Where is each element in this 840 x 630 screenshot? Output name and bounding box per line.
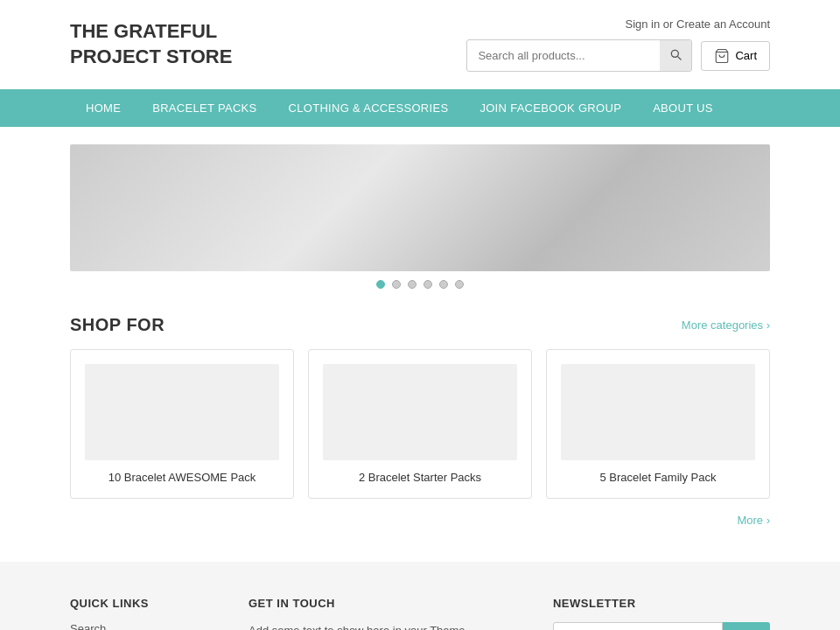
product-image-1: [85, 364, 279, 460]
nav-item-bracelet-packs[interactable]: BRACELET PACKS: [136, 89, 272, 127]
footer: QUICK LINKS Search About Us GET IN TOUCH…: [0, 562, 840, 630]
more-link-row: More ›: [70, 513, 770, 527]
search-bar: [466, 39, 692, 72]
more-link[interactable]: More ›: [737, 514, 770, 527]
product-name-3: 5 Bracelet Family Pack: [561, 471, 755, 484]
product-grid: 10 Bracelet AWESOME Pack 2 Bracelet Star…: [70, 349, 770, 499]
hero-banner: [70, 144, 770, 271]
search-icon: [668, 47, 682, 61]
product-image-2: [323, 364, 517, 460]
newsletter-heading: NEWSLETTER: [553, 597, 770, 610]
hero-dots: [70, 280, 770, 298]
nav-item-home[interactable]: HOME: [70, 89, 136, 127]
product-card-3[interactable]: 5 Bracelet Family Pack: [546, 349, 770, 499]
footer-top: QUICK LINKS Search About Us GET IN TOUCH…: [70, 597, 770, 630]
get-in-touch-heading: GET IN TOUCH: [248, 597, 500, 610]
hero-dot-6[interactable]: [455, 280, 464, 289]
hero-section: [70, 144, 770, 298]
create-account-link[interactable]: Create an Account: [676, 18, 770, 31]
shop-title: SHOP FOR: [70, 315, 164, 335]
sign-in-link[interactable]: Sign in: [625, 18, 660, 31]
store-title: THE GRATEFUL PROJECT STORE: [70, 19, 262, 69]
quick-links-heading: QUICK LINKS: [70, 597, 196, 610]
product-image-3: [561, 364, 755, 460]
product-card-1[interactable]: 10 Bracelet AWESOME Pack: [70, 349, 294, 499]
product-name-1: 10 Bracelet AWESOME Pack: [85, 471, 279, 484]
hero-dot-4[interactable]: [424, 280, 432, 289]
newsletter-email-input[interactable]: [553, 622, 723, 630]
nav-item-clothing[interactable]: CLOTHING & ACCESSORIES: [273, 89, 465, 127]
main-nav: HOME BRACELET PACKS CLOTHING & ACCESSORI…: [0, 89, 840, 127]
header: THE GRATEFUL PROJECT STORE Sign in or Cr…: [0, 0, 840, 89]
product-card-2[interactable]: 2 Bracelet Starter Packs: [308, 349, 532, 499]
header-right: Sign in or Create an Account: [466, 18, 770, 72]
nav-item-facebook[interactable]: JOIN FACEBOOK GROUP: [464, 89, 637, 127]
cart-button[interactable]: Cart: [701, 41, 770, 71]
get-in-touch-text: Add some text to show here in your Theme…: [248, 622, 500, 630]
footer-get-in-touch: GET IN TOUCH Add some text to show here …: [248, 597, 500, 630]
hero-dot-2[interactable]: [392, 280, 401, 289]
hero-dot-1[interactable]: [376, 280, 385, 289]
newsletter-form: Sign Up: [553, 622, 770, 630]
footer-link-search[interactable]: Search: [70, 622, 196, 630]
cart-icon: [714, 48, 730, 64]
hero-dot-3[interactable]: [408, 280, 416, 289]
shop-header: SHOP FOR More categories ›: [70, 315, 770, 335]
more-categories-link[interactable]: More categories ›: [682, 318, 770, 332]
search-input[interactable]: [467, 42, 660, 69]
nav-item-about[interactable]: ABOUT US: [637, 89, 729, 127]
product-name-2: 2 Bracelet Starter Packs: [323, 471, 517, 484]
shop-section: SHOP FOR More categories › 10 Bracelet A…: [70, 315, 770, 527]
footer-quick-links: QUICK LINKS Search About Us: [70, 597, 196, 630]
hero-banner-image: [70, 144, 770, 271]
auth-separator: or: [663, 18, 674, 31]
cart-label: Cart: [735, 49, 757, 62]
search-button[interactable]: [660, 40, 691, 71]
hero-dot-5[interactable]: [439, 280, 448, 289]
auth-links: Sign in or Create an Account: [625, 18, 770, 31]
newsletter-signup-button[interactable]: Sign Up: [723, 622, 770, 630]
footer-newsletter: NEWSLETTER Sign Up: [553, 597, 770, 630]
header-actions: Cart: [466, 39, 770, 72]
